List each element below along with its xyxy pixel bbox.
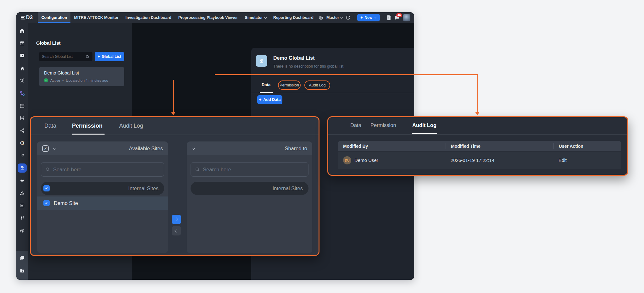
fingerprint-icon[interactable] xyxy=(18,226,27,235)
tenant-selector[interactable]: Master xyxy=(326,15,342,20)
link-analysis-icon[interactable] xyxy=(18,126,27,135)
nav-item-preprocessing-playbook-viewer[interactable]: Preprocessing Playbook Viewer xyxy=(175,12,241,23)
group-checkbox[interactable]: ✓ xyxy=(43,185,50,191)
notifications[interactable]: 46 xyxy=(394,15,400,20)
nav-item-mitre-attck-monitor[interactable]: MITRE ATT&CK Monitor xyxy=(70,12,122,23)
column-user-action: User Action xyxy=(553,143,621,149)
available-sites-header: ✓ Available Sites xyxy=(37,141,168,155)
app-logo[interactable]: D3 xyxy=(21,15,33,20)
annotation-arrow-permission-line xyxy=(173,80,174,112)
page-title: Global List xyxy=(36,40,61,46)
status-active-icon: ✓ xyxy=(44,78,48,82)
shared-to-title: Shared to xyxy=(285,146,307,152)
modified-time-cell: 2026-01-19 17:22:14 xyxy=(446,158,553,163)
tab-permission[interactable]: Permission xyxy=(370,122,396,128)
settings-gear-icon[interactable]: ⚙ xyxy=(18,278,27,280)
tab-data[interactable]: Data xyxy=(262,82,270,87)
tabs-divider xyxy=(31,135,319,135)
search-icon xyxy=(45,167,50,172)
tab-data[interactable]: Data xyxy=(350,122,361,128)
chevron-down-icon xyxy=(341,16,343,19)
annotation-arrow-audit-hline xyxy=(215,74,478,75)
status-label: Active xyxy=(50,79,60,82)
global-list-icon[interactable] xyxy=(18,163,27,173)
signal-icon[interactable] xyxy=(18,151,27,160)
site-checkbox[interactable]: ✓ xyxy=(43,200,50,206)
global-list-card[interactable]: Demo Global List ✓ Active • Updated on 4… xyxy=(39,67,124,86)
available-sites-search-input[interactable] xyxy=(53,167,160,173)
global-list-card-title: Demo Global List xyxy=(44,70,119,75)
available-sites-search[interactable] xyxy=(41,162,164,177)
global-list-card-meta: ✓ Active • Updated on 4 minutes ago xyxy=(44,78,119,82)
move-right-button[interactable] xyxy=(172,215,181,224)
nav-item-configuration[interactable]: Configuration xyxy=(38,12,70,23)
tab-permission[interactable]: Permission xyxy=(72,123,103,129)
calendar-icon[interactable] xyxy=(18,101,27,110)
add-global-list-button[interactable]: + Global List xyxy=(95,52,124,61)
home-icon[interactable] xyxy=(18,26,27,35)
add-data-button[interactable]: + Add Data xyxy=(257,95,282,104)
global-list-search-input[interactable] xyxy=(42,54,84,59)
plus-icon: + xyxy=(360,15,363,20)
available-sites-box: ✓ Available Sites ✓ Internal Sites ✓ Dem… xyxy=(37,141,168,253)
chevron-down-icon[interactable] xyxy=(53,146,56,150)
nav-right-controls: Master + New 46 xyxy=(319,14,410,21)
audit-table-row[interactable]: DU Demo User 2026-01-19 17:22:14 Edit xyxy=(338,152,621,169)
tab-permission[interactable]: Permission xyxy=(278,80,301,90)
updated-label: Updated on 4 minutes ago xyxy=(66,79,108,82)
annotation-arrow-audit-head xyxy=(475,112,480,115)
nav-item-reporting-dashboard[interactable]: Reporting Dashboard xyxy=(270,12,317,23)
move-left-button[interactable] xyxy=(172,226,181,235)
workflow-icon[interactable] xyxy=(18,89,27,98)
chevron-down-icon xyxy=(264,16,267,19)
release-notes-icon[interactable] xyxy=(386,15,391,20)
select-all-checkbox[interactable]: ✓ xyxy=(42,145,49,152)
shared-to-search-input[interactable] xyxy=(203,167,304,173)
chevron-right-icon xyxy=(175,218,178,221)
screenshot-canvas: D3 Configuration MITRE ATT&CK Monitor In… xyxy=(0,0,644,293)
plus-icon: + xyxy=(259,97,261,102)
database-icon[interactable] xyxy=(18,113,27,123)
annotation-arrow-permission-head xyxy=(171,112,175,115)
nav-item-simulator[interactable]: Simulator xyxy=(241,12,270,23)
info-icon[interactable] xyxy=(346,15,351,20)
integrations-puzzle-icon[interactable] xyxy=(18,64,27,73)
user-avatar[interactable] xyxy=(403,14,410,21)
chevron-down-icon[interactable] xyxy=(192,146,195,150)
tab-audit-log[interactable]: Audit Log xyxy=(119,123,143,129)
automation-bolts-icon[interactable] xyxy=(18,213,27,223)
modified-by-cell: DU Demo User xyxy=(338,156,446,164)
internal-sites-group[interactable]: ✓ Internal Sites xyxy=(41,182,164,195)
divider xyxy=(383,15,383,20)
ai-settings-gear-icon[interactable]: ⚙ xyxy=(18,139,27,148)
chevron-down-icon xyxy=(375,16,377,19)
notification-badge: 46 xyxy=(396,13,402,17)
playbook-run-icon[interactable] xyxy=(18,51,27,60)
schedule-icon[interactable] xyxy=(18,39,27,48)
chevron-left-icon xyxy=(175,229,178,232)
logo-text: D3 xyxy=(26,15,33,20)
tab-audit-log[interactable]: Audit Log xyxy=(412,122,436,128)
utility-tools-icon[interactable] xyxy=(18,76,27,85)
audit-log-table: Modified By Modified Time User Action DU… xyxy=(338,141,621,169)
global-list-search[interactable] xyxy=(39,52,92,61)
column-modified-time: Modified Time xyxy=(446,143,553,149)
tab-audit-log[interactable]: Audit Log xyxy=(304,80,330,90)
internal-sites-group[interactable]: Internal Sites xyxy=(191,182,308,195)
documents-copy-icon[interactable] xyxy=(18,253,27,263)
new-button[interactable]: + New xyxy=(357,14,380,21)
shared-to-search[interactable] xyxy=(191,162,308,177)
user-avatar: DU xyxy=(343,156,351,164)
audit-log-callout-panel: Data Permission Audit Log Modified By Mo… xyxy=(327,116,628,176)
nav-item-investigation-dashboard[interactable]: Investigation Dashboard xyxy=(122,12,175,23)
sidebar-bottom-section: ⚙ xyxy=(16,251,28,280)
globe-icon xyxy=(319,15,323,20)
record-card-icon[interactable] xyxy=(18,201,27,210)
column-modified-by: Modified By xyxy=(338,144,446,149)
incident-alert-icon[interactable] xyxy=(18,189,27,198)
shared-folder-icon[interactable] xyxy=(18,266,27,275)
site-row-demo-site[interactable]: ✓ Demo Site xyxy=(37,196,168,210)
tab-data[interactable]: Data xyxy=(44,123,56,129)
meta-separator: • xyxy=(62,79,64,82)
partnership-handshake-icon[interactable] xyxy=(18,176,27,185)
